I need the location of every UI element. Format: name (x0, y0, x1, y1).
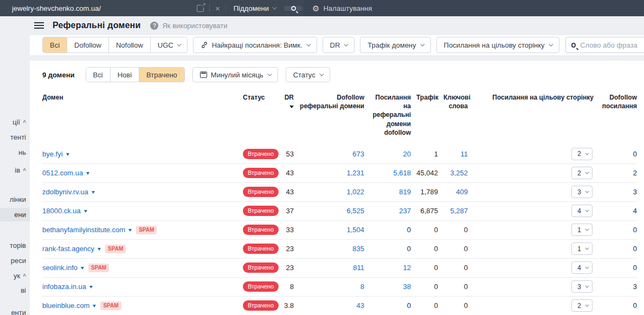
links_ref-cell: 12 (364, 258, 411, 277)
column-header-target[interactable]: Посилання на цільову сторінку (468, 89, 594, 145)
status-tab-нові[interactable]: Нові (111, 68, 139, 82)
column-header-dof_ref[interactable]: Dofollow реферальні домени (294, 89, 364, 145)
keywords-value-link[interactable]: 3,252 (450, 169, 468, 177)
dr-filter-button[interactable]: DR (323, 37, 355, 53)
column-header-dof_links[interactable]: Dofollow посилання (594, 89, 637, 145)
domain-expand-icon[interactable] (86, 172, 89, 175)
domain-link[interactable]: bye.fyi (42, 150, 63, 158)
domain-expand-icon[interactable] (98, 248, 101, 251)
chevron-up-icon: ^ (23, 168, 26, 174)
column-header-links_ref[interactable]: Посилання на реферальні домени dofollow (364, 89, 411, 145)
domain-expand-icon[interactable] (81, 267, 84, 270)
dof_ref-cell: 1,504 (294, 220, 364, 239)
domain-traffic-filter-button[interactable]: Трафік домену (360, 37, 430, 53)
domain-link[interactable]: 18000.ck.ua (42, 207, 81, 215)
search-button[interactable] (284, 6, 302, 11)
domain-expand-icon[interactable] (66, 153, 69, 156)
column-header-traffic[interactable]: Трафік (411, 89, 438, 145)
sidebar-item[interactable]: реси (11, 257, 26, 265)
status-tab-всі[interactable]: Всі (86, 68, 111, 82)
dof_ref-value-link[interactable]: 835 (352, 245, 364, 253)
target-page-filter-button[interactable]: Посилання на цільову сторінку (436, 37, 559, 53)
target-links-select[interactable]: 4 (571, 261, 593, 274)
domain-link[interactable]: blueinblue.com (42, 301, 89, 310)
filter-link-type-ugc[interactable]: UGC (151, 37, 187, 52)
column-header-status[interactable]: Статус (243, 89, 276, 145)
settings-button[interactable]: ⚙ Налаштування (304, 0, 372, 16)
column-header-keywords[interactable]: Ключові слова (438, 89, 468, 145)
domain-expand-icon[interactable] (128, 229, 132, 232)
links_ref-value-link[interactable]: 38 (403, 283, 411, 291)
keywords-value-link[interactable]: 11 (461, 150, 468, 158)
filter-link-type-nofollow[interactable]: Nofollow (109, 37, 151, 52)
close-icon[interactable]: × (215, 4, 220, 12)
target-links-select[interactable]: 1 (571, 224, 593, 236)
best-links-filter-button[interactable]: Найкращі посилання: Вимк. (193, 37, 317, 53)
domain-link[interactable]: bethanyfamilyinstitute.com (42, 226, 125, 234)
domain-link[interactable]: rank-fast.agency (42, 245, 94, 253)
target-links-select[interactable]: 1 (571, 242, 593, 255)
links_ref-value-link[interactable]: 12 (403, 264, 411, 272)
status-tab-втрачено[interactable]: Втрачено (139, 68, 184, 82)
domain-link[interactable]: zdolbyniv.rv.ua (42, 188, 88, 196)
dof_ref-value-link[interactable]: 8 (360, 283, 364, 291)
sidebar-item[interactable]: ві (21, 286, 26, 294)
dof_ref-value-link[interactable]: 1,504 (346, 226, 364, 234)
sidebar-item-active[interactable]: ени (0, 208, 30, 221)
domain-link[interactable]: 0512.com.ua (42, 169, 83, 177)
target-links-select[interactable]: 2 (571, 167, 593, 179)
domain-link[interactable]: seolink.info (42, 264, 78, 272)
target-links-select[interactable]: 2 (571, 148, 593, 160)
domain-expand-icon[interactable] (89, 286, 93, 288)
period-filter-button[interactable]: Минулий місяць (192, 67, 278, 82)
filter-link-type-dofollow[interactable]: Dofollow (67, 37, 109, 52)
domain-link[interactable]: infobaza.in.ua (42, 283, 86, 291)
links_ref-value-link[interactable]: 5,618 (393, 169, 411, 177)
how-to-use-link[interactable]: ? Як використовувати (150, 22, 227, 30)
dof_ref-value-link[interactable]: 6,525 (346, 207, 364, 215)
sidebar-item[interactable]: ції^ (12, 118, 26, 126)
traffic-cell: 0 (411, 296, 438, 315)
chevron-down-icon (585, 246, 589, 250)
sort-desc-icon (289, 106, 294, 108)
question-icon: ? (150, 22, 158, 30)
sidebar-item[interactable]: ук^ (14, 272, 26, 280)
analyzed-domain-url[interactable]: jewelry-shevchenko.com.ua/ (12, 4, 101, 12)
dof_ref-value-link[interactable]: 811 (353, 264, 364, 272)
chevron-down-icon (585, 303, 589, 307)
domain-expand-icon[interactable] (92, 191, 95, 194)
sidebar-item[interactable]: торів (10, 241, 26, 250)
links_ref-value-link[interactable]: 20 (403, 150, 411, 158)
dof_ref-value-link[interactable]: 673 (352, 150, 364, 158)
target-links-select[interactable]: 4 (571, 205, 593, 217)
sidebar-item[interactable]: лінки (9, 195, 26, 204)
target-links-select[interactable]: 2 (571, 299, 593, 312)
target-links-select[interactable]: 3 (571, 186, 593, 198)
external-link-icon[interactable] (197, 5, 204, 12)
keyword-search-input[interactable] (580, 41, 644, 49)
sidebar-item[interactable]: ів^ (15, 166, 26, 174)
status-filter-button[interactable]: Статус (286, 67, 330, 82)
chevron-down-icon (585, 151, 589, 155)
keywords-value-link[interactable]: 5,287 (450, 207, 468, 215)
sidebar-item[interactable]: енти (11, 309, 26, 315)
column-header-domain[interactable]: Домен (42, 89, 243, 145)
links_ref-value-link[interactable]: 237 (399, 207, 411, 215)
sidebar-item[interactable]: тенті (10, 133, 26, 141)
dof_ref-value-link[interactable]: 43 (357, 301, 364, 310)
filter-link-type-всі[interactable]: Всі (43, 37, 67, 52)
domain-expand-icon[interactable] (84, 210, 87, 213)
dof_ref-value-link[interactable]: 1,022 (346, 188, 364, 196)
sidebar-item[interactable]: нь (18, 148, 26, 156)
links_ref-value-link[interactable]: 819 (399, 188, 411, 196)
menu-icon[interactable] (34, 22, 44, 29)
calendar-icon (200, 71, 207, 78)
column-header-dr[interactable]: DR (276, 89, 294, 145)
keywords-cell: 0 (438, 277, 468, 296)
subdomains-dropdown[interactable]: Піддомени (226, 4, 283, 12)
keywords-value-link[interactable]: 409 (456, 188, 468, 196)
links_ref-cell: 0 (364, 296, 411, 315)
target-links-select[interactable]: 3 (571, 280, 593, 293)
domain-expand-icon[interactable] (93, 305, 96, 307)
dof_ref-value-link[interactable]: 1,231 (346, 169, 364, 177)
